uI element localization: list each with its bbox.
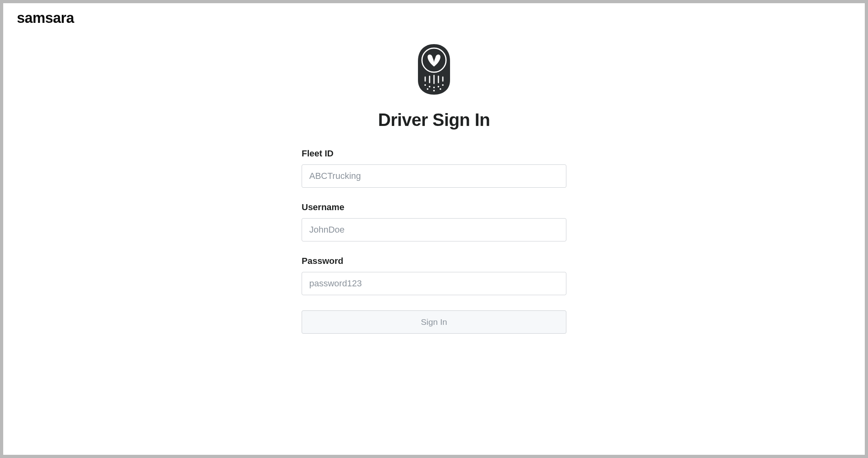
svg-point-12 [433,90,435,91]
brand-wordmark: samsara [17,10,74,26]
signin-form: Fleet ID Username Password Sign In [302,148,566,334]
app-window: samsara [3,3,865,455]
svg-point-7 [429,86,430,87]
svg-point-9 [438,86,439,87]
svg-point-11 [427,88,428,90]
owl-logo-icon [416,43,452,97]
svg-point-8 [433,87,435,88]
password-group: Password [302,256,566,295]
fleet-id-label: Fleet ID [302,148,566,159]
signin-panel: Driver Sign In Fleet ID Username Passwor… [302,3,566,334]
username-input[interactable] [302,218,566,241]
svg-point-13 [440,88,441,90]
fleet-id-group: Fleet ID [302,148,566,188]
username-group: Username [302,202,566,241]
outer-frame: samsara [0,0,868,458]
svg-point-6 [424,84,426,86]
password-input[interactable] [302,272,566,295]
password-label: Password [302,256,566,266]
sign-in-button[interactable]: Sign In [302,310,566,334]
svg-point-10 [442,84,444,86]
username-label: Username [302,202,566,213]
page-title: Driver Sign In [378,110,490,130]
fleet-id-input[interactable] [302,164,566,188]
